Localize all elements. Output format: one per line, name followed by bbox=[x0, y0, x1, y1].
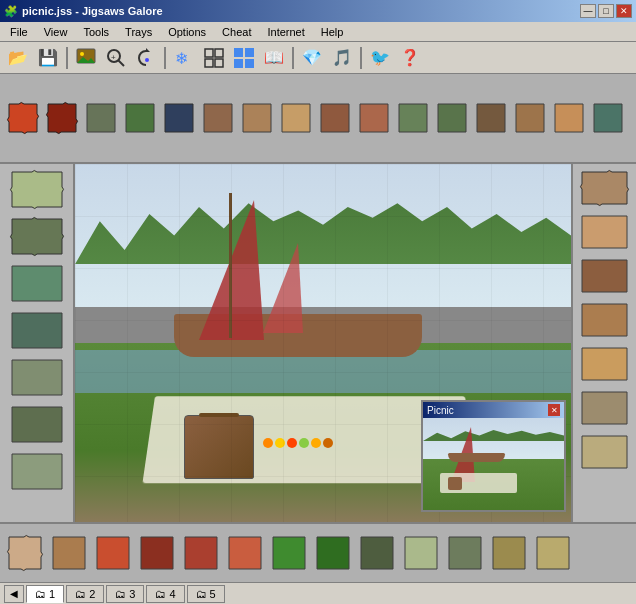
orange-1 bbox=[263, 438, 273, 448]
save-button[interactable]: 💾 bbox=[34, 45, 62, 71]
piece-t1[interactable] bbox=[4, 99, 42, 137]
menu-internet[interactable]: Internet bbox=[259, 24, 312, 40]
menu-trays[interactable]: Trays bbox=[117, 24, 160, 40]
tray-tab-4[interactable]: 🗂 4 bbox=[146, 585, 184, 603]
piece-b2[interactable] bbox=[48, 532, 90, 574]
svg-rect-15 bbox=[234, 59, 243, 68]
piece-t16[interactable] bbox=[589, 99, 627, 137]
menu-help[interactable]: Help bbox=[313, 24, 352, 40]
thumbnail-window: Picnic ✕ bbox=[421, 400, 566, 512]
tray-tab-1[interactable]: 🗂 1 bbox=[26, 585, 64, 603]
piece-t15[interactable] bbox=[550, 99, 588, 137]
svg-line-4 bbox=[118, 60, 124, 66]
piece-t9[interactable] bbox=[316, 99, 354, 137]
piece-r3[interactable] bbox=[577, 255, 632, 297]
svg-rect-9 bbox=[205, 49, 213, 57]
puzzle-viewport[interactable]: Picnic ✕ bbox=[75, 164, 571, 522]
svg-rect-10 bbox=[215, 49, 223, 57]
thumbnail-close-button[interactable]: ✕ bbox=[548, 404, 560, 416]
toolbar-separator-1 bbox=[66, 47, 68, 69]
piece-r4[interactable] bbox=[577, 299, 632, 341]
bird-button[interactable]: 🐦 bbox=[366, 45, 394, 71]
top-tray-pieces bbox=[2, 97, 634, 139]
piece-t4[interactable] bbox=[121, 99, 159, 137]
style2-button[interactable] bbox=[200, 45, 228, 71]
tray-tab-5[interactable]: 🗂 5 bbox=[187, 585, 225, 603]
piece-t7[interactable] bbox=[238, 99, 276, 137]
zoom-button[interactable]: + bbox=[102, 45, 130, 71]
piece-t10[interactable] bbox=[355, 99, 393, 137]
piece-b4[interactable] bbox=[136, 532, 178, 574]
tray-tab-2[interactable]: 🗂 2 bbox=[66, 585, 104, 603]
menu-file[interactable]: File bbox=[2, 24, 36, 40]
tray-tab-3[interactable]: 🗂 3 bbox=[106, 585, 144, 603]
menu-cheat[interactable]: Cheat bbox=[214, 24, 259, 40]
left-tray bbox=[0, 164, 75, 522]
svg-marker-6 bbox=[146, 48, 150, 52]
piece-r2[interactable] bbox=[577, 211, 632, 253]
tray-icon-3: 🗂 bbox=[115, 588, 126, 600]
piece-r6[interactable] bbox=[577, 387, 632, 429]
piece-t3[interactable] bbox=[82, 99, 120, 137]
help-button[interactable]: ❓ bbox=[396, 45, 424, 71]
piece-b9[interactable] bbox=[356, 532, 398, 574]
image-button[interactable] bbox=[72, 45, 100, 71]
piece-b8[interactable] bbox=[312, 532, 354, 574]
piece-l6[interactable] bbox=[7, 402, 67, 447]
music-button[interactable]: 🎵 bbox=[328, 45, 356, 71]
close-button[interactable]: ✕ bbox=[616, 4, 632, 18]
piece-t5[interactable] bbox=[160, 99, 198, 137]
app-icon: 🧩 bbox=[4, 5, 18, 18]
gem-button[interactable]: 💎 bbox=[298, 45, 326, 71]
piece-b6[interactable] bbox=[224, 532, 266, 574]
piece-b7[interactable] bbox=[268, 532, 310, 574]
piece-t2[interactable] bbox=[43, 99, 81, 137]
tray-icon-5: 🗂 bbox=[196, 588, 207, 600]
piece-r7[interactable] bbox=[577, 431, 632, 473]
menu-options[interactable]: Options bbox=[160, 24, 214, 40]
piece-b1[interactable] bbox=[4, 532, 46, 574]
piece-t8[interactable] bbox=[277, 99, 315, 137]
piece-l4[interactable] bbox=[7, 308, 67, 353]
minimize-button[interactable]: — bbox=[580, 4, 596, 18]
piece-t6[interactable] bbox=[199, 99, 237, 137]
piece-l7[interactable] bbox=[7, 449, 67, 494]
piece-b11[interactable] bbox=[444, 532, 486, 574]
svg-text:+: + bbox=[111, 53, 116, 62]
svg-text:❄: ❄ bbox=[175, 50, 188, 67]
orange-2 bbox=[311, 438, 321, 448]
svg-rect-13 bbox=[234, 48, 243, 57]
piece-b3[interactable] bbox=[92, 532, 134, 574]
piece-b13[interactable] bbox=[532, 532, 574, 574]
tray-icon-4: 🗂 bbox=[155, 588, 166, 600]
thumb-basket bbox=[448, 477, 462, 490]
basket-handle bbox=[199, 413, 239, 417]
toolbar: 📂 💾 + ❄ bbox=[0, 42, 636, 74]
piece-b12[interactable] bbox=[488, 532, 530, 574]
menu-view[interactable]: View bbox=[36, 24, 76, 40]
piece-t14[interactable] bbox=[511, 99, 549, 137]
piece-l3[interactable] bbox=[7, 261, 67, 306]
piece-l5[interactable] bbox=[7, 355, 67, 400]
piece-b10[interactable] bbox=[400, 532, 442, 574]
rotate-button[interactable] bbox=[132, 45, 160, 71]
piece-l1[interactable] bbox=[7, 167, 67, 212]
piece-l2[interactable] bbox=[7, 214, 67, 259]
book-button[interactable]: 📖 bbox=[260, 45, 288, 71]
yellow-1 bbox=[275, 438, 285, 448]
piece-t12[interactable] bbox=[433, 99, 471, 137]
maximize-button[interactable]: □ bbox=[598, 4, 614, 18]
style1-button[interactable]: ❄ bbox=[170, 45, 198, 71]
piece-t11[interactable] bbox=[394, 99, 432, 137]
piece-r5[interactable] bbox=[577, 343, 632, 385]
menu-tools[interactable]: Tools bbox=[75, 24, 117, 40]
open-button[interactable]: 📂 bbox=[4, 45, 32, 71]
style3-button[interactable] bbox=[230, 45, 258, 71]
title-bar: 🧩 picnic.jss - Jigsaws Galore — □ ✕ bbox=[0, 0, 636, 22]
svg-rect-11 bbox=[205, 59, 213, 67]
piece-r1[interactable] bbox=[577, 167, 632, 209]
title-bar-text: 🧩 picnic.jss - Jigsaws Galore bbox=[4, 5, 163, 18]
tray-prev-button[interactable]: ◀ bbox=[4, 585, 24, 603]
piece-t13[interactable] bbox=[472, 99, 510, 137]
piece-b5[interactable] bbox=[180, 532, 222, 574]
